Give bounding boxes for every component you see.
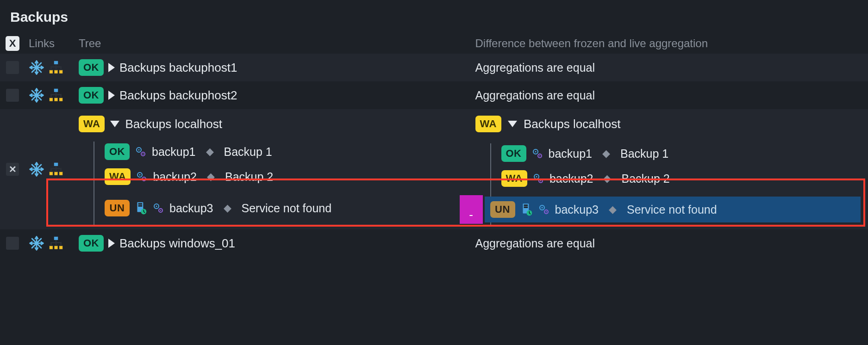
separator-diamond-icon: ◆ (598, 148, 615, 160)
service-desc: Service not found (242, 202, 332, 215)
svg-point-13 (138, 149, 140, 151)
select-toggle[interactable] (6, 163, 19, 176)
diff-equal-text: Aggregations are equal (475, 89, 595, 102)
svg-rect-37 (524, 204, 528, 206)
svg-rect-4 (54, 89, 58, 92)
column-header-diff[interactable]: Difference between frozen and live aggre… (472, 34, 868, 53)
diff-leaf[interactable]: WA backup2 ◆ Backup 2 (501, 170, 861, 187)
status-badge: WA (79, 116, 105, 132)
hierarchy-icon[interactable] (48, 60, 64, 75)
tree-node-label[interactable]: Backups windows_01 (119, 236, 235, 251)
svg-point-19 (144, 179, 144, 179)
select-toggle[interactable] (6, 89, 19, 102)
svg-point-31 (539, 155, 540, 156)
host-time-icon (135, 201, 147, 215)
svg-rect-46 (54, 246, 57, 249)
status-badge: WA (105, 168, 131, 185)
separator-diamond-icon: ◆ (201, 146, 219, 158)
snowflake-icon[interactable] (29, 235, 44, 251)
host-time-icon (521, 203, 533, 216)
hierarchy-icon[interactable] (48, 235, 64, 251)
svg-rect-21 (138, 203, 143, 204)
service-desc: Backup 1 (620, 147, 668, 160)
status-badge: OK (79, 87, 104, 104)
svg-rect-7 (59, 98, 62, 101)
column-header-links[interactable]: Links (25, 34, 75, 53)
table-header: X Links Tree Difference between frozen a… (0, 33, 868, 54)
svg-rect-45 (50, 246, 53, 249)
tree-leaf[interactable]: UN backup3 ◆ Service not found (105, 193, 331, 223)
svg-rect-8 (54, 163, 58, 166)
service-name: backup1 (152, 145, 196, 159)
tree-node-label[interactable]: Backups localhost (125, 117, 222, 131)
collapse-toggle[interactable] (110, 121, 119, 127)
svg-point-33 (536, 176, 537, 178)
snowflake-icon[interactable] (29, 60, 44, 75)
status-badge: UN (105, 200, 130, 216)
separator-diamond-icon: ◆ (604, 203, 621, 216)
diff-equal-text: Aggregations are equal (475, 61, 595, 74)
service-name: backup3 (555, 203, 599, 216)
table-row: OK Backups backuphost2 Aggregations are … (0, 81, 868, 109)
table-row: OK Backups backuphost1 Aggregations are … (0, 54, 868, 81)
svg-rect-1 (50, 70, 53, 74)
status-badge: OK (79, 59, 104, 76)
expand-toggle[interactable] (108, 63, 115, 72)
svg-rect-11 (59, 172, 62, 175)
service-icon (135, 146, 146, 157)
status-badge: WA (501, 170, 527, 187)
service-desc: Service not found (627, 203, 717, 216)
collapse-toggle[interactable] (508, 121, 517, 127)
expand-toggle[interactable] (108, 91, 115, 100)
svg-point-29 (535, 151, 536, 153)
svg-rect-47 (59, 246, 62, 249)
diff-leaf[interactable]: OK backup1 ◆ Backup 1 (501, 145, 861, 162)
svg-rect-0 (54, 61, 58, 64)
tree-leaf[interactable]: OK backup1 ◆ Backup 1 (105, 143, 331, 160)
service-name: backup2 (550, 172, 593, 185)
tree-leaf[interactable]: WA backup2 ◆ Backup 2 (105, 168, 331, 185)
column-header-tree[interactable]: Tree (75, 34, 472, 53)
page-title: Backups (10, 9, 868, 25)
svg-rect-5 (50, 98, 53, 101)
select-toggle[interactable] (6, 237, 19, 250)
svg-point-17 (139, 174, 141, 176)
svg-rect-2 (54, 70, 57, 74)
service-name: backup1 (549, 147, 593, 160)
service-desc: Backup 1 (224, 145, 272, 159)
snowflake-icon[interactable] (29, 161, 44, 177)
svg-rect-3 (59, 70, 62, 74)
service-icon (153, 203, 164, 214)
hierarchy-icon[interactable] (48, 161, 64, 177)
separator-diamond-icon: ◆ (219, 202, 236, 214)
svg-point-41 (541, 207, 543, 209)
service-name: backup3 (169, 202, 213, 215)
diff-node-label[interactable]: Backups localhost (524, 117, 621, 131)
status-badge: WA (475, 116, 501, 132)
diff-leaf-highlighted[interactable]: - UN backup3 ◆ (460, 195, 861, 224)
service-icon (538, 204, 550, 215)
status-badge: OK (79, 235, 104, 252)
status-badge: UN (490, 201, 515, 218)
service-icon (136, 171, 147, 182)
table-row: OK Backups windows_01 Aggregations are e… (0, 229, 868, 257)
tree-guide-line (94, 142, 94, 226)
tree-node-label[interactable]: Backups backuphost1 (119, 61, 237, 75)
select-toggle[interactable] (6, 61, 19, 74)
svg-point-15 (143, 154, 144, 154)
expand-toggle[interactable] (108, 239, 115, 248)
svg-rect-6 (54, 98, 57, 101)
separator-diamond-icon: ◆ (202, 171, 219, 183)
svg-rect-22 (138, 205, 143, 207)
status-badge: OK (105, 143, 130, 160)
svg-rect-44 (54, 237, 58, 240)
hierarchy-icon[interactable] (48, 87, 64, 103)
column-header-x[interactable]: X (6, 36, 20, 51)
service-desc: Backup 2 (621, 172, 669, 185)
svg-point-43 (545, 211, 546, 212)
snowflake-icon[interactable] (29, 87, 44, 103)
diff-removed-marker: - (460, 195, 483, 224)
tree-node-label[interactable]: Backups backuphost2 (119, 88, 237, 103)
svg-rect-9 (50, 172, 53, 175)
separator-diamond-icon: ◆ (599, 172, 616, 185)
